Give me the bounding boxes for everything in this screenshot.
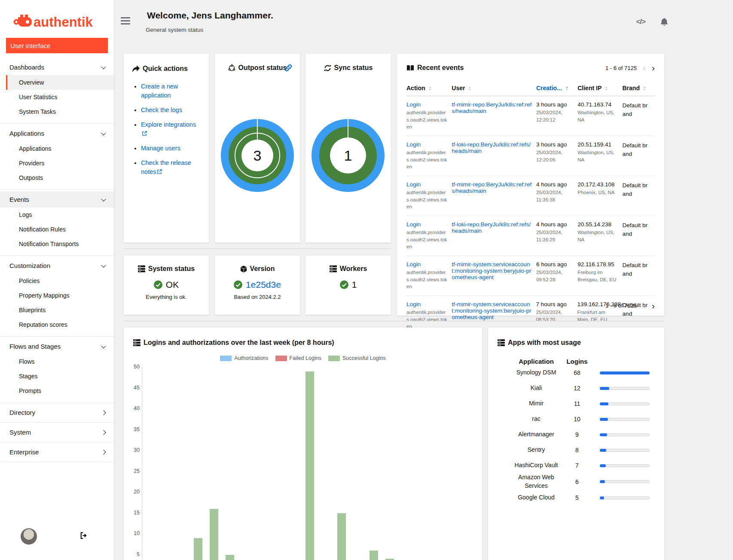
pagination-next-icon[interactable]: › [652,303,655,309]
sidebar-item-stages[interactable]: Stages [0,369,114,383]
notifications-bell-icon[interactable] [660,17,669,26]
sidebar-item-outposts[interactable]: Outposts [0,170,114,185]
sidebar-group-header-dashboards[interactable]: Dashboards [0,59,114,75]
api-code-icon[interactable]: </> [636,18,645,26]
legend-failed-logins[interactable]: Failed Logins [275,355,321,361]
sidebar-item-logs[interactable]: Logs [0,207,114,222]
authentik-logo[interactable]: authentik [0,0,114,31]
events-pagination-bottom: 1 - 6 of 7125 ‹ › [605,302,655,309]
outpost-status-card: Outpost status 3 [215,54,300,243]
event-user-link[interactable]: tf-mimir-system:serviceaccount:monitorin… [452,301,531,320]
sidebar-item-blueprints[interactable]: Blueprints [0,303,114,317]
event-user-link[interactable]: tf-mimir-system:serviceaccount:monitorin… [452,261,532,280]
sidebar-group-applications: ApplicationsApplicationsProvidersOutpost… [0,123,114,189]
event-ip: 92.116.178.95 [577,261,618,268]
event-row: Loginauthentik.providers.oauth2.views.to… [406,96,655,136]
chart-bar-successful-logins[interactable] [210,509,218,560]
sidebar-item-notification-rules[interactable]: Notification Rules [0,222,114,237]
sidebar-item-policies[interactable]: Policies [0,274,114,288]
pagination-next-icon[interactable]: › [652,65,655,71]
quick-action-create-a-new-application[interactable]: Create a new application [141,83,178,99]
chevron-down-icon [101,64,106,69]
event-action-link[interactable]: Login [406,141,421,148]
sidebar-item-reputation-scores[interactable]: Reputation scores [0,317,114,332]
y-axis-tick: 30 [128,447,140,453]
events-col-creatio-[interactable]: Creatio...↑ [536,85,577,91]
pagination-prev-icon[interactable]: ‹ [643,65,646,71]
sidebar-group-header-events[interactable]: Events [0,192,114,207]
user-avatar[interactable] [21,528,37,545]
event-user-link[interactable]: tf-mimir-repo:BeryJu/k8s:ref:refs/heads/… [452,101,532,114]
apps-table-body: Synology DSM68Kiali12Mimir11rac10Alertma… [498,365,655,505]
legend-authorizations[interactable]: Authorizations [220,355,268,361]
event-action-link[interactable]: Login [406,221,421,228]
quick-action-check-the-logs[interactable]: Check the logs [141,107,182,113]
sync-status-donut[interactable]: 1 [312,119,385,192]
event-user-link[interactable]: tf-mimir-repo:BeryJu/k8s:ref:refs/heads/… [452,181,532,194]
sidebar-item-flows[interactable]: Flows [0,354,114,369]
app-logins: 12 [562,385,592,392]
workers-card: Workers 1 [305,256,391,315]
sidebar-group-header-enterprise[interactable]: Enterprise [0,444,114,460]
event-row: Loginauthentik.providers.oauth2.views.to… [406,136,655,176]
user-interface-button[interactable]: User interface [6,38,108,53]
event-action-link[interactable]: Login [406,101,421,108]
event-action-link[interactable]: Login [406,261,421,268]
event-time-ago: 6 hours ago [536,261,573,268]
quick-action-check-the-release-notes[interactable]: Check the release notes [141,159,191,175]
version-value-link[interactable]: 1e25d3e [246,280,281,290]
chart-bar-successful-logins[interactable] [337,513,346,560]
chart-bar-successful-logins[interactable] [194,538,202,560]
event-action-link[interactable]: Login [406,301,421,307]
sidebar-group-header-customization[interactable]: Customization [0,258,114,274]
quick-action-manage-users[interactable]: Manage users [141,145,180,152]
events-col-user[interactable]: User [452,85,536,91]
event-creation-cell: 7 hours ago25/03/2024, 08:53:20 [536,301,577,330]
outpost-link-icon[interactable] [284,64,292,72]
sidebar: authentik User interface DashboardsOverv… [0,0,114,560]
legend-successful-logins[interactable]: Successful Logins [328,355,386,361]
chart-bar-successful-logins[interactable] [305,371,314,560]
sidebar-group-header-system[interactable]: System [0,424,114,440]
sidebar-item-user-statistics[interactable]: User Statistics [0,90,114,104]
circle-nodes-icon [228,64,235,72]
event-user-link[interactable]: tf-loki-repo:BeryJu/k8s:ref:refs/heads/m… [452,141,532,154]
sidebar-item-overview[interactable]: Overview [6,75,114,90]
quick-actions-card: Quick actions Create a new applicationCh… [124,54,209,243]
events-col-brand[interactable]: Brand [623,85,655,91]
sidebar-item-system-tasks[interactable]: System Tasks [0,104,114,119]
event-brand-cell: Default brand [623,221,655,250]
pagination-prev-icon[interactable]: ‹ [643,303,646,309]
event-user-link[interactable]: tf-loki-repo:BeryJu/k8s:ref:refs/heads/m… [452,221,532,234]
y-axis-tick: 5 [128,551,140,557]
sidebar-item-applications[interactable]: Applications [0,141,114,156]
app-logins: 8 [562,447,592,453]
sidebar-group-header-flows-and-stages[interactable]: Flows and Stages [0,338,114,354]
sidebar-item-providers[interactable]: Providers [0,156,114,170]
quick-action-explore-integrations[interactable]: Explore integrations [141,121,196,128]
chart-bar-successful-logins[interactable] [370,551,378,560]
sidebar-item-property-mappings[interactable]: Property Mappings [0,288,114,303]
sidebar-group-header-applications[interactable]: Applications [0,125,114,141]
events-col-client-ip[interactable]: Client IP [577,85,622,91]
y-axis-tick: 50 [128,364,140,370]
sidebar-toggle-icon[interactable] [121,17,130,26]
event-action-cell: Loginauthentik.providers.oauth2.views.to… [406,181,452,210]
quick-action-item: Explore integrations [141,120,200,138]
sidebar-item-notification-transports[interactable]: Notification Transports [0,237,114,251]
chevron-right-icon [101,450,106,454]
outpost-status-donut[interactable]: 3 [221,119,294,192]
event-action-cell: Loginauthentik.providers.oauth2.views.to… [406,301,452,330]
sidebar-item-prompts[interactable]: Prompts [0,383,114,398]
chart-legend: AuthorizationsFailed LoginsSuccessful Lo… [124,355,482,361]
apps-row: Alertmanager9 [498,427,655,442]
sidebar-group-header-directory[interactable]: Directory [0,405,114,420]
events-col-action[interactable]: Action [406,85,452,91]
chart-bar-successful-logins[interactable] [226,555,234,560]
logout-icon[interactable] [80,532,88,539]
event-action-link[interactable]: Login [406,181,421,188]
app-usage-bar [600,371,650,374]
event-creation-cell: 4 hours ago25/03/2024, 11:35:38 [536,181,577,210]
main-content: Welcome, Jens Langhammer. General system… [114,0,733,560]
event-ip: 40.71.163.74 [577,101,618,108]
